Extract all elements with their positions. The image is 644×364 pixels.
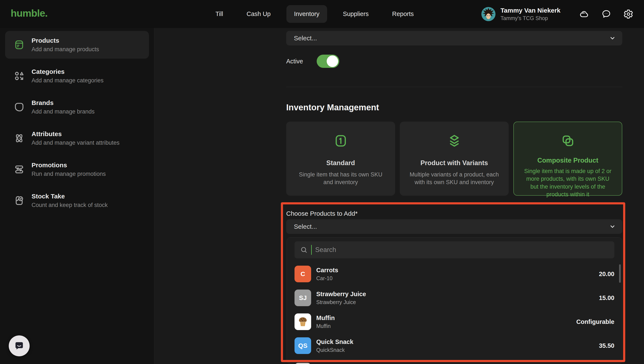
product-price: 20.00 [599, 271, 614, 278]
user-name: Tammy Van Niekerk [500, 7, 560, 14]
product-price: Configurable [576, 318, 614, 325]
primary-nav: Till Cash Up Inventory Suppliers Reports [208, 0, 422, 28]
nav-item-reports[interactable]: Reports [384, 5, 422, 23]
user-shop: Tammy's TCG Shop [500, 15, 560, 21]
sidebar-item-title: Attributes [32, 130, 120, 138]
section-divider [286, 87, 622, 87]
products-dropdown-panel: C Carrots Car-10 20.00 SJ Strawberry Jui… [286, 237, 622, 364]
card-product-with-variants[interactable]: Product with Variants Multiple variants … [400, 122, 509, 196]
active-label: Active [286, 58, 303, 65]
card-standard[interactable]: Standard Single item that has its own SK… [286, 122, 395, 196]
product-photo-partial [294, 363, 311, 364]
product-avatar: SJ [294, 290, 311, 306]
card-composite-product[interactable]: Composite Product Single item that is ma… [513, 122, 622, 196]
sidebar-item-attributes[interactable]: Attributes Add and manage variant attrib… [5, 124, 149, 152]
sidebar-item-desc: Count and keep track of stock [32, 202, 108, 209]
sidebar-item-products[interactable]: Products Add and manage products [5, 31, 149, 59]
list-item-partial[interactable] [287, 359, 622, 364]
select-placeholder: Select... [294, 35, 317, 42]
card-desc: Single item that has its own SKU and inv… [294, 171, 388, 186]
dropdown-searchbox[interactable] [294, 241, 614, 258]
attributes-icon [14, 133, 25, 144]
list-item-strawberry-juice[interactable]: SJ Strawberry Juice Strawberry Juice 15.… [287, 286, 622, 310]
sidebar-item-title: Stock Take [32, 193, 108, 200]
sidebar-item-title: Brands [32, 99, 94, 106]
select-placeholder: Select... [294, 223, 317, 230]
card-title: Composite Product [538, 157, 598, 164]
card-desc: Multiple variants of a product, each wit… [408, 171, 501, 186]
sidebar-item-promotions[interactable]: Promotions Run and manage promotions [5, 155, 149, 183]
sidebar-item-desc: Add and manage products [32, 46, 99, 53]
toggle-knob [327, 56, 338, 67]
avatar [482, 7, 496, 21]
nav-item-inventory[interactable]: Inventory [286, 5, 327, 23]
sidebar-item-desc: Run and manage promotions [32, 171, 106, 177]
product-avatar: C [294, 266, 311, 282]
one-icon [334, 134, 348, 148]
inventory-type-cards: Standard Single item that has its own SK… [286, 122, 622, 196]
sidebar-item-categories[interactable]: Categories Add and manage categories [5, 62, 149, 90]
avatar-initials: C [300, 270, 305, 278]
chat-launcher-button[interactable] [9, 335, 30, 356]
product-sku: Strawberry Juice [316, 299, 366, 305]
sidebar-item-desc: Add and manage variant attributes [32, 139, 120, 146]
product-name: Carrots [316, 267, 338, 274]
intercom-icon [14, 340, 25, 351]
avatar-initials: QS [298, 342, 307, 349]
product-price: 35.50 [599, 342, 614, 349]
product-photo-muffin [294, 313, 311, 330]
card-title: Standard [326, 159, 355, 167]
list-item-quick-snack[interactable]: QS Quick Snack QuickSnack 35.50 [287, 334, 622, 357]
list-item-carrots[interactable]: C Carrots Car-10 20.00 [287, 262, 622, 286]
text-caret [311, 245, 312, 255]
promotions-icon [14, 164, 25, 175]
avatar-initials: SJ [299, 294, 307, 301]
choose-products-label: Choose Products to Add* [286, 210, 358, 217]
brands-icon [14, 102, 25, 113]
product-name: Strawberry Juice [316, 291, 366, 298]
app-logo: humble. [11, 7, 48, 19]
chat-icon[interactable] [602, 9, 611, 19]
main-content: Select... Active Inventory Management St… [154, 28, 644, 364]
card-title: Product with Variants [420, 159, 488, 167]
nav-item-cash-up[interactable]: Cash Up [239, 5, 278, 23]
nav-item-suppliers[interactable]: Suppliers [335, 5, 376, 23]
active-row: Active [286, 55, 339, 68]
products-icon [14, 39, 25, 50]
product-name: Muffin [316, 314, 335, 321]
sidebar-item-desc: Add and manage brands [32, 108, 94, 115]
topbar: humble. Till Cash Up Inventory Suppliers… [0, 0, 644, 28]
search-input[interactable] [315, 246, 609, 254]
sidebar-item-desc: Add and manage categories [32, 77, 104, 84]
card-desc: Single item that is made up of 2 or more… [522, 167, 614, 199]
topbar-right: Tammy Van Niekerk Tammy's TCG Shop [482, 0, 633, 28]
product-sku: QuickSnack [316, 347, 353, 353]
product-avatar: QS [294, 337, 311, 354]
nav-item-till[interactable]: Till [208, 5, 231, 23]
dropdown-scrollbar[interactable] [619, 264, 621, 283]
categories-icon [14, 70, 25, 82]
section-title: Inventory Management [286, 103, 379, 112]
active-toggle[interactable] [317, 55, 339, 68]
link-icon [561, 134, 575, 148]
sidebar-item-title: Categories [32, 68, 104, 75]
layers-icon [447, 134, 462, 148]
gear-icon[interactable] [624, 9, 633, 19]
cloud-icon[interactable] [579, 9, 589, 19]
user-menu[interactable]: Tammy Van Niekerk Tammy's TCG Shop [482, 7, 560, 21]
chevron-down-icon [608, 223, 616, 230]
product-sku: Car-10 [316, 275, 338, 281]
sidebar: Products Add and manage products Categor… [0, 28, 154, 364]
top-select[interactable]: Select... [286, 31, 622, 46]
product-sku: Muffin [316, 323, 335, 329]
stocktake-icon [14, 195, 25, 206]
chevron-down-icon [608, 34, 616, 42]
product-price: 15.00 [599, 294, 614, 301]
sidebar-item-stock-take[interactable]: Stock Take Count and keep track of stock [5, 187, 149, 215]
sidebar-item-brands[interactable]: Brands Add and manage brands [5, 93, 149, 121]
list-item-muffin[interactable]: Muffin Muffin Configurable [287, 310, 622, 334]
sidebar-item-title: Products [32, 37, 99, 44]
search-icon [300, 246, 308, 254]
choose-products-select[interactable]: Select... [286, 219, 622, 234]
product-name: Quick Snack [316, 338, 353, 345]
